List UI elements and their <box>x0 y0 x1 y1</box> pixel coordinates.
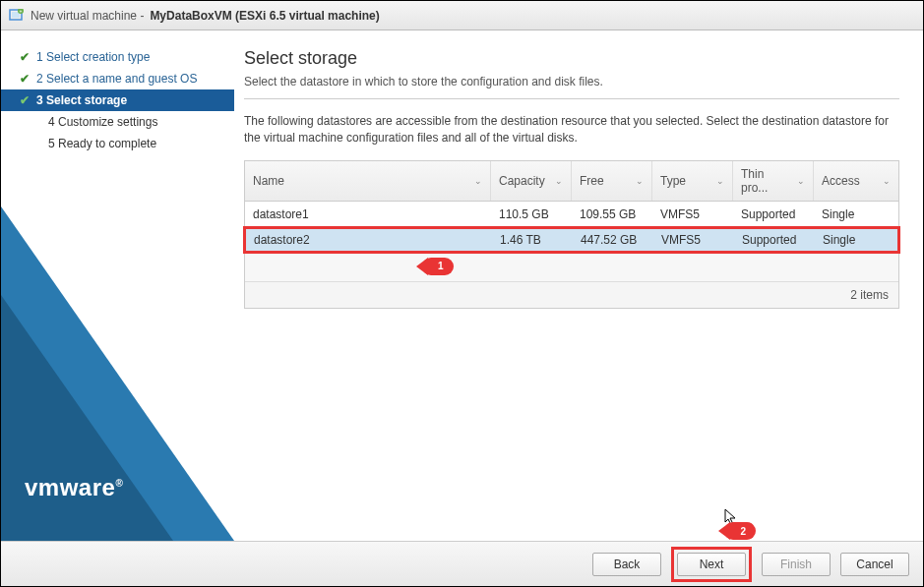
cell-capacity: 1.46 TB <box>492 229 573 251</box>
step-label: 4 Customize settings <box>36 115 224 129</box>
col-access[interactable]: Access⌄ <box>814 161 898 201</box>
step-label: 1 Select creation type <box>36 50 224 64</box>
checkmark-icon: ✔ <box>19 93 31 107</box>
checkmark-icon: ✔ <box>19 50 31 64</box>
page-description: The following datastores are accessible … <box>244 113 899 147</box>
cell-thin: Supported <box>734 229 815 251</box>
table-row[interactable]: datastore1 110.5 GB 109.55 GB VMFS5 Supp… <box>245 202 898 228</box>
title-prefix: New virtual machine - <box>31 9 144 23</box>
title-vm-name: MyDataBoxVM (ESXi 6.5 virtual machine) <box>150 9 379 23</box>
cancel-button[interactable]: Cancel <box>840 553 909 576</box>
cell-name: datastore2 <box>246 229 492 251</box>
cell-type: VMFS5 <box>652 202 733 227</box>
titlebar[interactable]: + New virtual machine - MyDataBoxVM (ESX… <box>1 1 923 30</box>
table-header: Name⌄ Capacity⌄ Free⌄ Type⌄ Thin pro...⌄… <box>245 161 898 202</box>
step-customize-settings[interactable]: ✔ 4 Customize settings <box>1 111 234 133</box>
wizard-steps-sidebar: ✔ 1 Select creation type ✔ 2 Select a na… <box>1 30 234 541</box>
next-button-highlight: Next <box>671 547 752 582</box>
cell-type: VMFS5 <box>653 229 734 251</box>
cell-capacity: 110.5 GB <box>491 202 572 227</box>
page-title: Select storage <box>244 48 899 69</box>
col-type[interactable]: Type⌄ <box>652 161 733 201</box>
svg-text:+: + <box>20 9 23 14</box>
cell-free: 109.55 GB <box>572 202 652 227</box>
col-free[interactable]: Free⌄ <box>572 161 652 201</box>
step-label: 2 Select a name and guest OS <box>36 72 224 86</box>
cell-thin: Supported <box>733 202 814 227</box>
vm-icon: + <box>9 9 25 23</box>
next-button[interactable]: Next <box>677 553 746 576</box>
sort-caret-icon: ⌄ <box>555 176 563 186</box>
table-footer: 2 items <box>245 281 898 308</box>
vmware-logo: vmware® <box>25 474 123 501</box>
annotation-callout-2: 2 <box>724 522 756 540</box>
sort-caret-icon: ⌄ <box>797 176 805 186</box>
cell-access: Single <box>815 229 897 251</box>
step-select-creation-type[interactable]: ✔ 1 Select creation type <box>1 46 234 68</box>
steps-list: ✔ 1 Select creation type ✔ 2 Select a na… <box>1 30 234 154</box>
step-label: 5 Ready to complete <box>36 137 224 150</box>
wizard-footer: 2 Back Next Finish Cancel <box>1 541 923 586</box>
col-capacity[interactable]: Capacity⌄ <box>491 161 572 201</box>
step-label: 3 Select storage <box>36 93 224 107</box>
table-row-selected[interactable]: datastore2 1.46 TB 447.52 GB VMFS5 Suppo… <box>243 226 900 254</box>
back-button[interactable]: Back <box>592 553 661 576</box>
annotation-callout-1: 1 <box>422 258 454 275</box>
checkmark-icon: ✔ <box>19 72 31 86</box>
step-select-storage[interactable]: ✔ 3 Select storage <box>1 89 234 111</box>
divider <box>244 98 899 99</box>
cell-name: datastore1 <box>245 202 491 227</box>
sort-caret-icon: ⌄ <box>883 176 891 186</box>
sort-caret-icon: ⌄ <box>716 176 724 186</box>
sort-caret-icon: ⌄ <box>474 176 482 186</box>
table-spacer: 1 <box>245 252 898 281</box>
finish-button: Finish <box>762 553 831 576</box>
step-select-name-guest-os[interactable]: ✔ 2 Select a name and guest OS <box>1 68 234 89</box>
wizard-dialog: + New virtual machine - MyDataBoxVM (ESX… <box>0 0 924 587</box>
sort-caret-icon: ⌄ <box>636 176 644 186</box>
col-name[interactable]: Name⌄ <box>245 161 491 201</box>
datastore-table: Name⌄ Capacity⌄ Free⌄ Type⌄ Thin pro...⌄… <box>244 160 899 309</box>
page-subtitle: Select the datastore in which to store t… <box>244 75 899 88</box>
main-content: Select storage Select the datastore in w… <box>234 30 923 541</box>
col-thin-provisioning[interactable]: Thin pro...⌄ <box>733 161 814 201</box>
cell-free: 447.52 GB <box>573 229 653 251</box>
step-ready-to-complete[interactable]: ✔ 5 Ready to complete <box>1 133 234 154</box>
cell-access: Single <box>814 202 898 227</box>
